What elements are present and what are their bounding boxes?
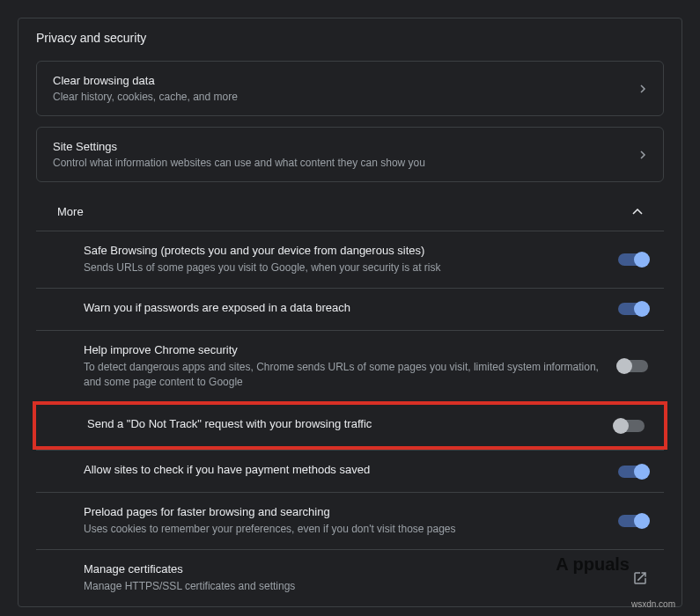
passwords-breach-row: Warn you if passwords are exposed in a d… [36, 288, 664, 330]
row-title: Allow sites to check if you have payment… [84, 463, 601, 476]
preload-toggle[interactable] [618, 515, 648, 527]
row-title: Preload pages for faster browsing and se… [84, 505, 601, 518]
help-improve-toggle[interactable] [618, 360, 648, 372]
card-text: Clear browsing data Clear history, cooki… [53, 74, 640, 103]
do-not-track-toggle[interactable] [615, 420, 645, 432]
payment-methods-row: Allow sites to check if you have payment… [36, 450, 664, 492]
card-title: Site Settings [53, 140, 640, 153]
more-expand-row[interactable]: More [36, 193, 664, 231]
row-desc: Manage HTTPS/SSL certificates and settin… [84, 579, 615, 594]
section-title: Privacy and security [18, 18, 682, 61]
row-text: Manage certificates Manage HTTPS/SSL cer… [84, 562, 632, 594]
card-sub: Control what information websites can us… [53, 157, 640, 169]
row-desc: Uses cookies to remember your preference… [84, 522, 601, 537]
card-text: Site Settings Control what information w… [53, 140, 640, 169]
row-text: Allow sites to check if you have payment… [84, 463, 618, 480]
passwords-breach-toggle[interactable] [618, 303, 648, 315]
do-not-track-row: Send a "Do Not Track" request with your … [33, 401, 667, 450]
preload-row: Preload pages for faster browsing and se… [36, 492, 664, 549]
manage-certificates-row[interactable]: Manage certificates Manage HTTPS/SSL cer… [36, 549, 664, 606]
row-title: Warn you if passwords are exposed in a d… [84, 301, 601, 314]
row-text: Warn you if passwords are exposed in a d… [84, 301, 618, 318]
row-title: Manage certificates [84, 562, 615, 576]
safe-browsing-toggle[interactable] [618, 253, 648, 266]
row-text: Preload pages for faster browsing and se… [84, 505, 618, 537]
chevron-right-icon [640, 84, 647, 93]
chevron-up-icon [632, 209, 643, 216]
row-title: Send a "Do Not Track" request with your … [87, 417, 597, 430]
more-sub-list: Safe Browsing (protects you and your dev… [36, 231, 664, 606]
row-desc: Sends URLs of some pages you visit to Go… [84, 260, 601, 275]
clear-browsing-data-row[interactable]: Clear browsing data Clear history, cooki… [36, 61, 664, 116]
row-title: Safe Browsing (protects you and your dev… [84, 244, 601, 257]
row-desc: To detect dangerous apps and sites, Chro… [84, 360, 601, 390]
row-title: Help improve Chrome security [84, 343, 601, 356]
card-sub: Clear history, cookies, cache, and more [53, 91, 640, 103]
payment-methods-toggle[interactable] [618, 466, 648, 478]
row-text: Safe Browsing (protects you and your dev… [84, 244, 618, 275]
row-text: Help improve Chrome security To detect d… [84, 343, 618, 390]
more-label: More [57, 205, 632, 218]
safe-browsing-row: Safe Browsing (protects you and your dev… [36, 231, 664, 288]
privacy-security-panel: Privacy and security Clear browsing data… [18, 18, 682, 607]
external-link-icon [632, 570, 648, 586]
site-settings-row[interactable]: Site Settings Control what information w… [36, 127, 664, 182]
chevron-right-icon [640, 150, 647, 159]
help-improve-row: Help improve Chrome security To detect d… [36, 330, 664, 402]
row-text: Send a "Do Not Track" request with your … [87, 417, 615, 434]
card-title: Clear browsing data [53, 74, 640, 87]
